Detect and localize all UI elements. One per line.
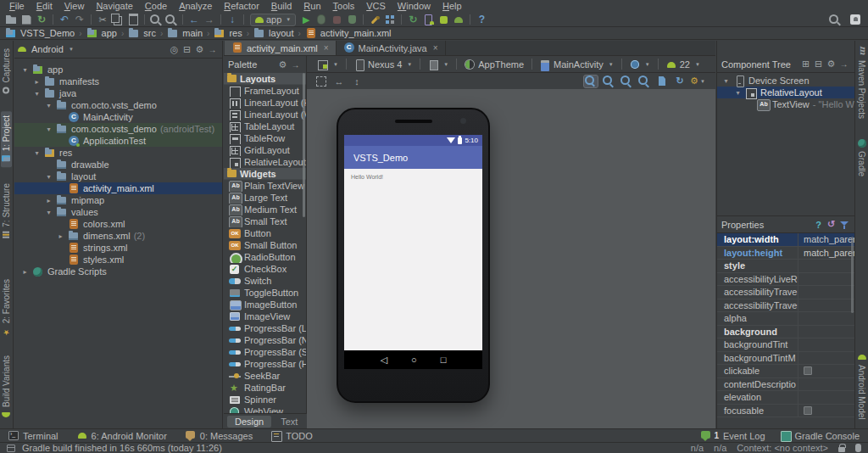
palette-item-radiobutton[interactable]: RadioButton bbox=[224, 251, 306, 263]
stripe-tab-maven-projects[interactable]: Maven Projects bbox=[856, 44, 867, 123]
monitor-icon[interactable] bbox=[451, 14, 466, 26]
checkbox[interactable] bbox=[804, 366, 812, 375]
app-body[interactable]: Hello World! bbox=[344, 169, 482, 350]
attach-icon[interactable] bbox=[344, 14, 359, 26]
paste-icon[interactable] bbox=[125, 14, 141, 26]
menu-analyze[interactable]: Analyze bbox=[173, 0, 218, 13]
tree-row-app[interactable]: ▾app bbox=[14, 64, 222, 76]
tree-row-strings-xml[interactable]: strings.xml bbox=[14, 242, 222, 254]
tree-expanded-icon[interactable]: ▾ bbox=[45, 209, 53, 216]
menu-navigate[interactable]: Navigate bbox=[90, 0, 138, 13]
property-value[interactable]: match_parent bbox=[798, 248, 854, 258]
toolwindow-event-log[interactable]: 1Event Log bbox=[701, 431, 765, 441]
help-icon[interactable] bbox=[812, 219, 825, 231]
palette-item-spinner[interactable]: Spinner bbox=[224, 394, 306, 405]
hide-icon[interactable] bbox=[206, 43, 219, 55]
tree-row-activity-main-xml[interactable]: activity_main.xml bbox=[14, 182, 222, 194]
palette-item-medium-text[interactable]: Medium Text bbox=[224, 204, 306, 215]
menu-build[interactable]: Build bbox=[265, 0, 298, 13]
tree-row-res[interactable]: ▾res bbox=[14, 147, 222, 159]
update-icon[interactable] bbox=[225, 14, 240, 26]
palette-item-seekbar[interactable]: SeekBar bbox=[224, 370, 306, 382]
tree-expanded-icon[interactable]: ▾ bbox=[734, 89, 742, 97]
stop-icon[interactable] bbox=[329, 14, 344, 26]
breadcrumb-src[interactable]: src bbox=[128, 28, 156, 39]
menu-tools[interactable]: Tools bbox=[327, 0, 361, 13]
palette-section-layouts[interactable]: Layouts bbox=[224, 73, 306, 85]
locate-icon[interactable] bbox=[168, 43, 181, 55]
palette-section-widgets[interactable]: Widgets bbox=[224, 168, 306, 180]
component-device-screen[interactable]: ▾Device Screen bbox=[717, 75, 854, 87]
palette-item-ratingbar[interactable]: RatingBar bbox=[224, 382, 306, 394]
tree-expanded-icon[interactable]: ▾ bbox=[33, 149, 41, 157]
stripe-tab-1-project[interactable]: 1: Project bbox=[1, 111, 12, 167]
zoom-in-icon[interactable] bbox=[619, 75, 634, 88]
toggle-stripes-icon[interactable] bbox=[7, 445, 15, 452]
toolwindow-todo[interactable]: TODO bbox=[271, 431, 313, 441]
palette-item-progressbar-hori[interactable]: ProgressBar (Hori bbox=[224, 358, 306, 370]
palette-scrollbar[interactable] bbox=[303, 73, 305, 217]
property-row-layout-width[interactable]: layout:widthmatch_parent bbox=[717, 233, 854, 247]
structure-icon[interactable] bbox=[382, 14, 398, 26]
tree-expanded-icon[interactable]: ▾ bbox=[722, 77, 730, 85]
find-icon[interactable] bbox=[148, 14, 164, 26]
palette-item-imagebutton[interactable]: ImageButton bbox=[224, 299, 306, 310]
open-icon[interactable] bbox=[3, 14, 19, 26]
project-view-selector[interactable]: Android bbox=[31, 44, 64, 54]
menu-run[interactable]: Run bbox=[298, 0, 326, 13]
property-row-backgroundtint[interactable]: backgroundTint bbox=[717, 338, 854, 352]
status-item-0[interactable]: n/a bbox=[691, 443, 704, 453]
toolwindow-terminal[interactable]: Terminal bbox=[8, 431, 58, 441]
property-row-accessibilitytraver[interactable]: accessibilityTraver bbox=[717, 299, 854, 313]
tree-row-styles-xml[interactable]: styles.xml bbox=[14, 254, 222, 266]
save-icon[interactable] bbox=[19, 14, 34, 26]
run-icon[interactable] bbox=[298, 14, 314, 26]
palette-item-progressbar-larg[interactable]: ProgressBar (Larg bbox=[224, 322, 306, 334]
fitscreen-icon[interactable] bbox=[314, 75, 329, 88]
property-row-clickable[interactable]: clickable bbox=[717, 365, 854, 378]
render-config[interactable]: ▼ bbox=[314, 59, 342, 70]
orientation-selector[interactable]: ▼ bbox=[424, 59, 453, 70]
editor-tab-mainactivity-java[interactable]: MainActivity.java× bbox=[337, 41, 446, 55]
tree-row-gradle-scripts[interactable]: ▸Gradle Scripts bbox=[14, 266, 222, 277]
tree-collapsed-icon[interactable]: ▸ bbox=[33, 78, 41, 86]
property-row-backgroundtintm[interactable]: backgroundTintM bbox=[717, 352, 854, 366]
theme-selector[interactable]: AppTheme bbox=[460, 59, 528, 70]
tree-row-applicationtest[interactable]: ApplicationTest bbox=[14, 135, 222, 147]
wrench-icon[interactable] bbox=[367, 14, 382, 26]
palette-item-small-text[interactable]: Small Text bbox=[224, 215, 306, 227]
tree-collapsed-icon[interactable]: ▸ bbox=[21, 268, 29, 276]
tree-collapsed-icon[interactable]: ▸ bbox=[57, 232, 64, 240]
stripe-tab-build-variants[interactable]: Build Variants bbox=[1, 351, 12, 423]
zoom-out-icon[interactable] bbox=[637, 75, 652, 88]
palette-item-linearlayout-hor[interactable]: LinearLayout (Hor bbox=[224, 97, 306, 109]
palette-item-plain-textview[interactable]: Plain TextView bbox=[224, 180, 306, 192]
lock-icon[interactable] bbox=[838, 447, 845, 452]
menu-file[interactable]: File bbox=[3, 0, 31, 13]
property-row-elevation[interactable]: elevation bbox=[717, 391, 854, 405]
tree-expanded-icon[interactable]: ▾ bbox=[21, 66, 29, 74]
tree-expanded-icon[interactable]: ▾ bbox=[33, 90, 41, 98]
palette-item-button[interactable]: Button bbox=[224, 227, 306, 239]
sync-icon[interactable] bbox=[34, 14, 49, 26]
panv-icon[interactable] bbox=[349, 75, 364, 88]
panh-icon[interactable] bbox=[331, 75, 347, 88]
sdk-icon[interactable] bbox=[436, 14, 451, 26]
palette-item-linearlayout-ver[interactable]: LinearLayout (Ver bbox=[224, 109, 306, 120]
palette-item-large-text[interactable]: Large Text bbox=[224, 192, 306, 204]
tab-text[interactable]: Text bbox=[273, 416, 305, 428]
tree-row-dimens-xml[interactable]: ▸dimens.xml (2) bbox=[14, 230, 222, 242]
breadcrumb-res[interactable]: res bbox=[214, 28, 242, 39]
menu-code[interactable]: Code bbox=[139, 0, 173, 13]
tree-row-mainactivity[interactable]: MainActivity bbox=[14, 111, 222, 123]
palette-item-checkbox[interactable]: CheckBox bbox=[224, 263, 306, 275]
cut-icon[interactable] bbox=[95, 14, 110, 26]
palette-item-framelayout[interactable]: FrameLayout bbox=[224, 85, 306, 97]
hide-icon[interactable] bbox=[289, 59, 302, 70]
run-configuration-selector[interactable]: app▼ bbox=[250, 14, 296, 26]
tree-collapsed-icon[interactable]: ▸ bbox=[45, 197, 53, 204]
back-icon[interactable] bbox=[186, 14, 202, 26]
property-value[interactable] bbox=[798, 406, 812, 415]
tree-expanded-icon[interactable]: ▾ bbox=[45, 173, 53, 181]
component-relativelayout[interactable]: ▾RelativeLayout bbox=[717, 87, 854, 98]
